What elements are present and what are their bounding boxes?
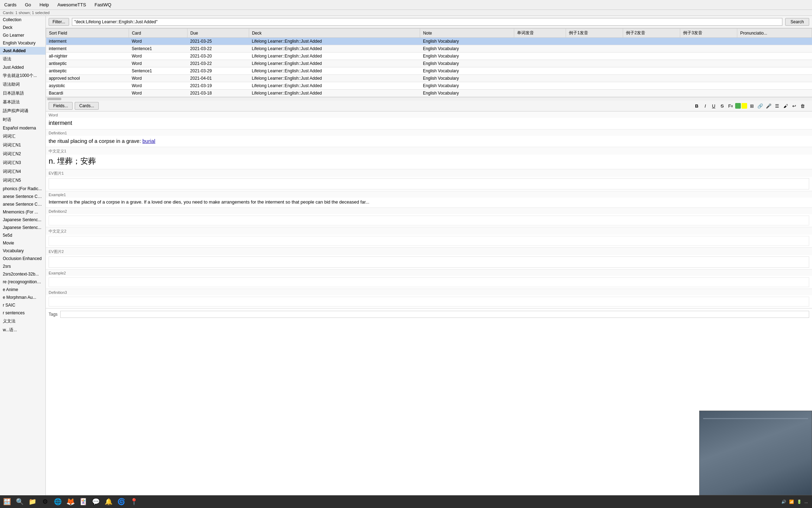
taskbar-settings[interactable]: ⚙ [39,496,51,507]
strikethrough-button[interactable]: S [718,102,726,110]
sidebar-item-english-vocab[interactable]: English Vocabury [0,39,45,47]
filter-input[interactable] [72,18,782,26]
search-button[interactable]: Search [785,18,809,26]
taskbar-windows[interactable]: 🪟 [1,496,13,507]
col-pronunciation3[interactable]: 例子2发音 [623,29,680,38]
sidebar-item-onomatopoeia[interactable]: 語声拟声词诵 [0,107,45,115]
sidebar-item-vocabulary[interactable]: Vocabulary [0,247,45,255]
list-button[interactable]: ☰ [773,102,781,110]
menu-cards[interactable]: Cards [3,1,18,8]
fields-button[interactable]: Fields... [49,102,73,110]
field-pic1-content[interactable] [49,178,809,189]
table-row[interactable]: BacardiWord2021-03-18Lifelong Learner::E… [46,90,812,97]
mic-button[interactable]: 🎤 [765,102,773,110]
filter-button[interactable]: Filter... [49,18,69,26]
taskbar-files[interactable]: 📁 [27,496,38,507]
table-row[interactable]: intermentSentence12021-03-22Lifelong Lea… [46,45,812,53]
taskbar-volume[interactable]: 🔊 [781,500,786,504]
sidebar-item-go-learner[interactable]: Go Learner [0,31,45,39]
field-def3-content[interactable] [49,297,809,307]
taskbar-cards[interactable]: 🃏 [78,496,89,507]
sidebar-item-sentences[interactable]: r sentences [0,309,45,317]
sidebar-item-phonics[interactable]: phonics (For Radic... [0,185,45,193]
taskbar-chat[interactable]: 💬 [90,496,102,507]
table-button[interactable]: ⊞ [748,102,756,110]
sidebar-item-deck[interactable]: Deck [0,24,45,31]
field-ex1-content[interactable]: Interment is the placing of a corpse in … [46,198,812,207]
taskbar-firefox[interactable]: 🦊 [65,496,76,507]
table-row[interactable]: asystolicWord2021-03-19Lifelong Learner:… [46,82,812,90]
italic-button[interactable]: I [701,102,709,110]
sidebar-item-grammar[interactable]: 语法 [0,55,45,64]
field-ex2-content[interactable] [49,277,809,287]
field-zhdef2-content[interactable] [49,236,809,246]
sidebar-item-n4[interactable]: 词词汇N4 [0,167,45,176]
sidebar-item-jp-vocab[interactable]: 日本語単語 [0,89,45,98]
sidebar-item-just-added[interactable]: Just Added [0,47,45,55]
menu-fastwq[interactable]: FastWQ [93,1,113,8]
sidebar-item-time[interactable]: 时语 [0,115,45,124]
taskbar-browser1[interactable]: 🌐 [52,496,63,507]
taskbar-notify[interactable]: 🔔 [103,496,114,507]
taskbar-search[interactable]: 🔍 [14,496,25,507]
table-row[interactable]: all-nighterWord2021-03-20Lifelong Learne… [46,53,812,60]
sidebar-item-japanese-sent3[interactable]: Japanese Sentenc... [0,216,45,224]
sidebar-item-vocab[interactable]: 词词汇 [0,132,45,141]
col-card[interactable]: Card [129,29,187,38]
col-pronunciation2[interactable]: 例子1发音 [566,29,623,38]
cards-button[interactable]: Cards... [75,102,99,110]
menu-awesometts[interactable]: AwesomeTTS [56,1,87,8]
sidebar-item-particle[interactable]: 语法助词 [0,80,45,89]
sidebar-item-just-added2[interactable]: Just Added [0,64,45,71]
table-row[interactable]: antisepticSentence12021-03-29Lifelong Le… [46,67,812,75]
sidebar-item-saic[interactable]: r SAIC [0,301,45,309]
col-pronunciation4[interactable]: 例子3发音 [680,29,737,38]
fx-button[interactable]: Fx [727,102,734,110]
sidebar-item-5e5d[interactable]: 5e5d [0,231,45,239]
card-table-wrapper[interactable]: Sort Field Card Due Deck Note 单词发音 例子1发音… [46,28,812,101]
sidebar-item-last[interactable]: w...语... [0,326,45,334]
highlight-button[interactable] [742,103,747,109]
sidebar-item-anime[interactable]: e Anime [0,286,45,294]
sidebar-item-collection[interactable]: Collection [0,16,45,24]
table-row[interactable]: antisepticWord2021-03-22Lifelong Learner… [46,60,812,67]
taskbar-network[interactable]: 📶 [789,500,794,504]
taskbar-pin[interactable]: 📍 [128,496,140,507]
col-sort-field[interactable]: Sort Field [46,29,129,38]
sidebar-item-mnemonics[interactable]: Mnemonics (For ... [0,208,45,216]
sidebar-item-morphman[interactable]: e Morphman Au... [0,294,45,301]
col-pronunciation1[interactable]: 单词发音 [514,29,566,38]
color-button[interactable] [735,103,741,109]
tags-input[interactable] [60,311,809,318]
delete-button[interactable]: 🗑 [799,102,806,110]
sidebar-item-basic-grammar[interactable]: 基本語法 [0,98,45,107]
field-def1-content[interactable]: the ritual placing of a corpse in a grav… [46,136,812,147]
col-due[interactable]: Due [187,29,249,38]
sidebar-item-grammar2[interactable]: 义文法 [0,317,45,326]
table-row[interactable]: approved schoolWord2021-04-01Lifelong Le… [46,75,812,82]
taskbar-battery[interactable]: 🔋 [797,500,802,504]
def1-link[interactable]: burial [142,138,155,144]
sidebar-item-japanese-sent4[interactable]: Japanese Sentenc... [0,224,45,231]
table-row[interactable]: intermentWord2021-03-25Lifelong Learner:… [46,38,812,45]
sidebar-item-movie[interactable]: Movie [0,239,45,247]
sidebar-item-espanol[interactable]: Español moderna [0,124,45,132]
field-word-content[interactable]: interment [46,118,812,129]
sidebar-item-japanese-sent1[interactable]: anese Sentence Car... [0,193,45,200]
link-button[interactable]: 🔗 [756,102,764,110]
undo-button[interactable]: ↩ [790,102,798,110]
field-def2-content[interactable] [49,216,809,225]
taskbar-app1[interactable]: 🌀 [116,496,127,507]
paint-button[interactable]: 🖌 [782,102,789,110]
menu-go[interactable]: Go [24,1,32,8]
menu-help[interactable]: Help [38,1,50,8]
sidebar-item-n1[interactable]: 词词汇N1 [0,141,45,150]
sidebar-item-2srs[interactable]: 2srs [0,262,45,270]
sidebar-item-n3[interactable]: 词词汇N3 [0,158,45,167]
sidebar-item-2srs2[interactable]: 2srs2context-32b... [0,270,45,278]
bold-button[interactable]: B [693,102,701,110]
field-zhdef1-content[interactable]: n. 埋葬；安葬 [46,155,812,169]
sidebar-item-japanese-sent2[interactable]: anese Sentence Car... [0,200,45,208]
underline-button[interactable]: U [710,102,718,110]
sidebar-item-occlusion[interactable]: Occlusion Enhanced [0,255,45,262]
